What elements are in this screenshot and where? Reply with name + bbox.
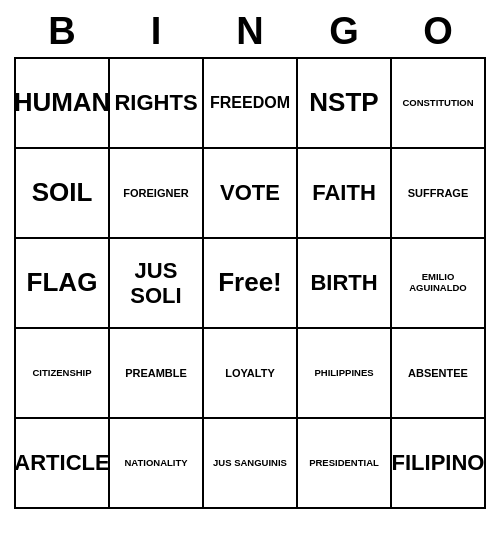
cell-r4-c2: JUS SANGUINIS	[204, 419, 298, 509]
cell-r4-c0: ARTICLE	[16, 419, 110, 509]
bingo-grid: HUMANRIGHTSFREEDOMNSTPCONSTITUTIONSOILFO…	[14, 57, 486, 509]
cell-r0-c1: RIGHTS	[110, 59, 204, 149]
cell-r3-c0: CITIZENSHIP	[16, 329, 110, 419]
cell-text: PHILIPPINES	[314, 368, 373, 379]
cell-r2-c2: Free!	[204, 239, 298, 329]
cell-text: LOYALTY	[225, 367, 275, 380]
cell-text: FOREIGNER	[123, 187, 188, 200]
cell-text: CONSTITUTION	[402, 98, 473, 109]
cell-r2-c0: FLAG	[16, 239, 110, 329]
cell-text: FREEDOM	[210, 94, 290, 112]
cell-text: FAITH	[312, 180, 376, 205]
cell-r4-c4: FILIPINO	[392, 419, 486, 509]
cell-text: NATIONALITY	[124, 458, 187, 469]
cell-r2-c3: BIRTH	[298, 239, 392, 329]
cell-text: FLAG	[27, 268, 98, 298]
cell-r1-c0: SOIL	[16, 149, 110, 239]
cell-r4-c1: NATIONALITY	[110, 419, 204, 509]
cell-r1-c4: SUFFRAGE	[392, 149, 486, 239]
bingo-letter: O	[391, 10, 485, 53]
cell-text: SUFFRAGE	[408, 187, 469, 200]
cell-r3-c3: PHILIPPINES	[298, 329, 392, 419]
bingo-letter: N	[203, 10, 297, 53]
cell-r1-c1: FOREIGNER	[110, 149, 204, 239]
cell-text: VOTE	[220, 180, 280, 205]
cell-text: Free!	[218, 268, 282, 298]
cell-text: FILIPINO	[392, 450, 485, 475]
bingo-letter: B	[15, 10, 109, 53]
cell-r1-c2: VOTE	[204, 149, 298, 239]
cell-r3-c2: LOYALTY	[204, 329, 298, 419]
cell-r4-c3: PRESIDENTIAL	[298, 419, 392, 509]
cell-text: PREAMBLE	[125, 367, 187, 380]
cell-text: ARTICLE	[14, 450, 109, 475]
cell-r2-c1: JUS SOLI	[110, 239, 204, 329]
cell-text: EMILIO AGUINALDO	[396, 272, 480, 294]
cell-r0-c3: NSTP	[298, 59, 392, 149]
cell-text: BIRTH	[310, 270, 377, 295]
cell-text: JUS SANGUINIS	[213, 458, 287, 469]
bingo-letter: I	[109, 10, 203, 53]
cell-r2-c4: EMILIO AGUINALDO	[392, 239, 486, 329]
cell-r3-c1: PREAMBLE	[110, 329, 204, 419]
cell-text: ABSENTEE	[408, 367, 468, 380]
cell-r0-c2: FREEDOM	[204, 59, 298, 149]
cell-r0-c0: HUMAN	[16, 59, 110, 149]
cell-text: JUS SOLI	[114, 258, 198, 309]
cell-text: RIGHTS	[114, 90, 197, 115]
cell-r0-c4: CONSTITUTION	[392, 59, 486, 149]
cell-text: NSTP	[309, 88, 378, 118]
cell-r1-c3: FAITH	[298, 149, 392, 239]
bingo-header: BINGO	[15, 10, 485, 53]
cell-r3-c4: ABSENTEE	[392, 329, 486, 419]
cell-text: HUMAN	[14, 88, 111, 118]
cell-text: SOIL	[32, 178, 93, 208]
cell-text: PRESIDENTIAL	[309, 458, 379, 469]
cell-text: CITIZENSHIP	[32, 368, 91, 379]
bingo-letter: G	[297, 10, 391, 53]
